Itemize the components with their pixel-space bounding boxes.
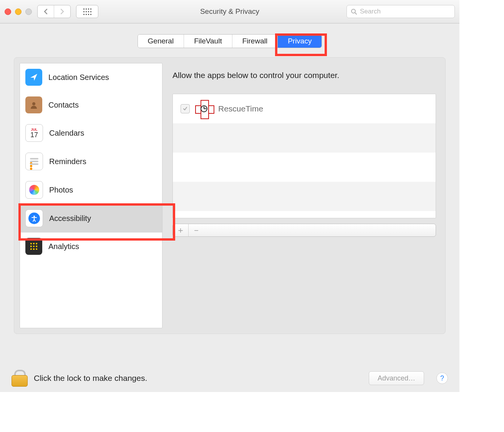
help-button[interactable]: ? <box>436 372 448 384</box>
sidebar-item-label: Analytics <box>48 242 79 251</box>
sidebar-item-label: Accessibility <box>49 214 91 223</box>
tab-bar: General FileVault Firewall Privacy <box>0 23 459 48</box>
add-app-button[interactable]: ＋ <box>173 224 188 236</box>
rescuetime-icon <box>195 100 213 118</box>
advanced-button[interactable]: Advanced… <box>369 371 424 385</box>
tab-segmented-control: General FileVault Firewall Privacy <box>138 34 322 48</box>
sidebar-item-contacts[interactable]: Contacts <box>20 91 162 119</box>
tab-privacy[interactable]: Privacy <box>278 35 322 48</box>
svg-rect-2 <box>88 8 89 10</box>
sidebar-item-label: Calendars <box>49 129 84 138</box>
grid-icon <box>83 8 91 15</box>
svg-rect-7 <box>90 11 91 12</box>
app-row-empty <box>173 182 436 211</box>
tab-firewall[interactable]: Firewall <box>232 35 278 48</box>
search-input[interactable] <box>359 7 451 16</box>
titlebar: Security & Privacy <box>0 0 459 23</box>
chevron-right-icon <box>60 8 65 15</box>
svg-rect-0 <box>83 8 85 10</box>
privacy-sidebar: Location Services Contacts JUL 17 Calend… <box>20 63 162 328</box>
tab-general[interactable]: General <box>138 35 184 48</box>
calendar-day: 17 <box>30 131 38 138</box>
sidebar-item-photos[interactable]: Photos <box>20 176 162 204</box>
minimize-window-button[interactable] <box>15 8 22 15</box>
app-row-rescuetime[interactable]: RescueTime <box>173 94 436 123</box>
footer: Click the lock to make changes. Advanced… <box>0 370 459 387</box>
calendar-icon: JUL 17 <box>25 124 43 142</box>
search-field[interactable] <box>346 5 455 18</box>
svg-rect-6 <box>88 11 89 12</box>
svg-point-14 <box>32 102 35 105</box>
tab-filevault[interactable]: FileVault <box>184 35 232 48</box>
chevron-left-icon <box>43 8 48 15</box>
svg-rect-8 <box>83 14 85 15</box>
show-all-button[interactable] <box>76 5 98 18</box>
sidebar-item-label: Reminders <box>49 157 86 166</box>
lock-body-icon <box>12 375 28 387</box>
app-row-empty <box>173 123 436 153</box>
svg-rect-10 <box>88 14 89 15</box>
lock-hint-text: Click the lock to make changes. <box>34 374 147 383</box>
privacy-panel: Location Services Contacts JUL 17 Calend… <box>14 57 446 334</box>
svg-rect-4 <box>83 11 85 12</box>
check-icon <box>183 106 187 111</box>
app-checkbox[interactable] <box>181 104 190 113</box>
svg-point-15 <box>33 216 35 217</box>
add-remove-buttons: ＋ － <box>172 224 436 237</box>
sidebar-item-analytics[interactable]: Analytics <box>20 233 162 260</box>
close-window-button[interactable] <box>5 8 11 15</box>
app-permission-list: RescueTime <box>172 94 436 218</box>
svg-rect-3 <box>90 8 91 10</box>
nav-forward-button[interactable] <box>54 5 70 18</box>
photos-icon <box>25 181 43 199</box>
svg-rect-11 <box>90 14 91 15</box>
lock-button[interactable] <box>12 370 27 387</box>
app-row-empty <box>173 153 436 182</box>
contacts-icon <box>25 96 42 113</box>
svg-rect-5 <box>86 11 87 12</box>
sidebar-item-reminders[interactable]: Reminders <box>20 147 162 176</box>
sidebar-item-label: Location Services <box>48 73 109 82</box>
content-heading: Allow the apps below to control your com… <box>172 71 436 80</box>
sidebar-item-label: Photos <box>49 186 73 194</box>
accessibility-icon <box>25 209 43 227</box>
sidebar-item-label: Contacts <box>48 101 79 110</box>
search-icon <box>351 8 357 15</box>
accessibility-content: Allow the apps below to control your com… <box>169 63 440 328</box>
nav-back-button[interactable] <box>38 5 54 18</box>
location-icon <box>25 69 42 86</box>
sidebar-item-accessibility[interactable]: Accessibility <box>20 204 162 233</box>
svg-line-13 <box>355 13 356 14</box>
reminders-icon <box>25 153 43 170</box>
remove-app-button[interactable]: － <box>188 224 204 236</box>
zoom-window-button[interactable] <box>25 8 32 15</box>
window-controls <box>5 8 32 15</box>
analytics-icon <box>25 238 42 255</box>
sidebar-item-calendars[interactable]: JUL 17 Calendars <box>20 119 162 147</box>
svg-rect-1 <box>86 8 87 10</box>
preferences-window: Security & Privacy General FileVault Fir… <box>0 0 459 392</box>
app-name-label: RescueTime <box>218 104 263 113</box>
svg-rect-9 <box>86 14 87 15</box>
sidebar-item-location-services[interactable]: Location Services <box>20 63 162 91</box>
nav-buttons <box>37 5 71 18</box>
